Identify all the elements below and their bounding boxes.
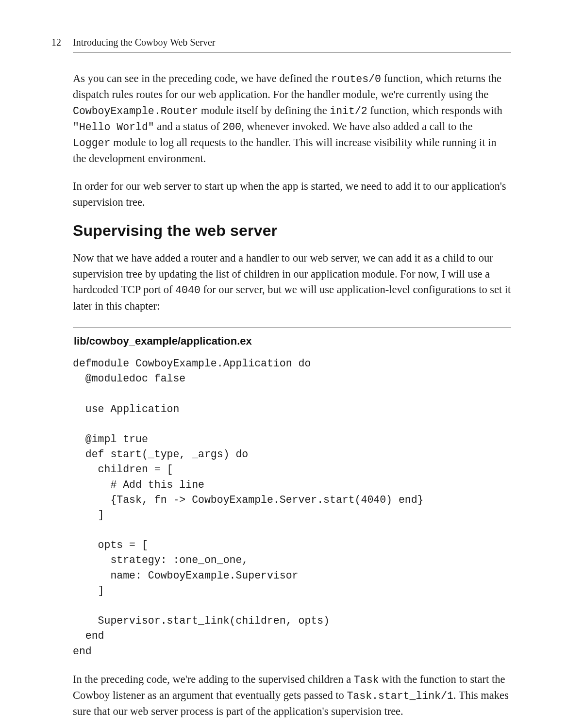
text: function, which responds with [367, 104, 502, 116]
text: module itself by defining the [198, 104, 330, 116]
page: 12 Introducing the Cowboy Web Server As … [0, 0, 584, 728]
inline-code: Logger [73, 137, 110, 149]
paragraph-3: Now that we have added a router and a ha… [73, 250, 511, 314]
text: and a status of [154, 120, 223, 132]
text: , whenever invoked. We have also added a… [241, 120, 472, 132]
text: As you can see in the preceding code, we… [73, 72, 331, 84]
inline-code: Task.start_link/1 [347, 690, 453, 702]
inline-code: 200 [222, 121, 241, 133]
code-file-path: lib/cowboy_example/application.ex [74, 335, 511, 347]
inline-code: 4040 [175, 284, 200, 296]
paragraph-4: In the preceding code, we're adding to t… [73, 672, 511, 720]
inline-code: init/2 [330, 105, 367, 117]
inline-code: CowboyExample.Router [73, 105, 198, 117]
running-title: Introducing the Cowboy Web Server [73, 37, 216, 48]
header-rule [73, 52, 511, 52]
inline-code: routes/0 [331, 73, 381, 85]
code-block: defmodule CowboyExample.Application do @… [73, 356, 511, 659]
text: module to log all requests to the handle… [73, 136, 497, 165]
paragraph-1: As you can see in the preceding code, we… [73, 71, 511, 167]
paragraph-2: In order for our web server to start up … [73, 179, 511, 210]
inline-code: Task [354, 674, 379, 686]
code-block-rule [73, 328, 511, 328]
inline-code: "Hello World" [73, 121, 154, 133]
text: In the preceding code, we're adding to t… [73, 673, 354, 685]
running-head: 12 Introducing the Cowboy Web Server [73, 37, 511, 48]
page-number: 12 [45, 37, 61, 48]
section-heading: Supervising the web server [73, 222, 511, 240]
